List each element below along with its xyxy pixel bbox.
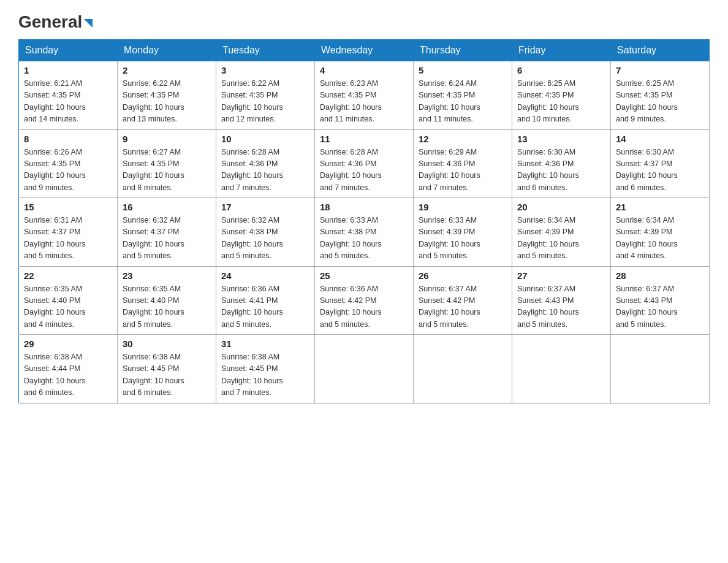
- calendar-cell: [414, 335, 512, 404]
- day-number: 16: [123, 202, 211, 212]
- calendar-cell: 27 Sunrise: 6:37 AM Sunset: 4:43 PM Dayl…: [512, 266, 611, 335]
- day-number: 15: [24, 202, 112, 212]
- day-info: Sunrise: 6:27 AM Sunset: 4:35 PM Dayligh…: [123, 147, 211, 194]
- day-number: 2: [123, 65, 211, 75]
- calendar-cell: 7 Sunrise: 6:25 AM Sunset: 4:35 PM Dayli…: [611, 61, 710, 130]
- day-number: 4: [320, 65, 408, 75]
- calendar-cell: 6 Sunrise: 6:25 AM Sunset: 4:35 PM Dayli…: [512, 61, 611, 130]
- calendar-cell: 12 Sunrise: 6:29 AM Sunset: 4:36 PM Dayl…: [414, 129, 512, 198]
- day-info: Sunrise: 6:35 AM Sunset: 4:40 PM Dayligh…: [123, 283, 211, 331]
- calendar-cell: [315, 335, 414, 404]
- logo: General: [18, 12, 93, 29]
- day-info: Sunrise: 6:37 AM Sunset: 4:43 PM Dayligh…: [616, 283, 704, 331]
- calendar-cell: 5 Sunrise: 6:24 AM Sunset: 4:35 PM Dayli…: [414, 61, 512, 130]
- page-header: General: [18, 12, 710, 29]
- calendar-cell: 21 Sunrise: 6:34 AM Sunset: 4:39 PM Dayl…: [611, 198, 710, 267]
- day-info: Sunrise: 6:33 AM Sunset: 4:39 PM Dayligh…: [419, 215, 507, 262]
- day-number: 22: [24, 270, 112, 281]
- day-number: 17: [221, 202, 309, 212]
- day-info: Sunrise: 6:38 AM Sunset: 4:44 PM Dayligh…: [24, 351, 112, 399]
- day-info: Sunrise: 6:31 AM Sunset: 4:37 PM Dayligh…: [24, 215, 112, 262]
- day-info: Sunrise: 6:32 AM Sunset: 4:37 PM Dayligh…: [123, 215, 211, 262]
- calendar-cell: 28 Sunrise: 6:37 AM Sunset: 4:43 PM Dayl…: [611, 266, 710, 335]
- calendar-week-row: 15 Sunrise: 6:31 AM Sunset: 4:37 PM Dayl…: [19, 198, 710, 267]
- calendar-cell: 19 Sunrise: 6:33 AM Sunset: 4:39 PM Dayl…: [414, 198, 512, 267]
- day-number: 8: [24, 134, 112, 144]
- day-info: Sunrise: 6:30 AM Sunset: 4:37 PM Dayligh…: [616, 147, 704, 194]
- col-header-friday: Friday: [512, 40, 611, 61]
- calendar-cell: 15 Sunrise: 6:31 AM Sunset: 4:37 PM Dayl…: [19, 198, 118, 267]
- day-number: 20: [517, 202, 605, 212]
- calendar-week-row: 8 Sunrise: 6:26 AM Sunset: 4:35 PM Dayli…: [19, 129, 710, 198]
- day-info: Sunrise: 6:25 AM Sunset: 4:35 PM Dayligh…: [517, 78, 605, 126]
- day-number: 10: [221, 134, 309, 144]
- calendar-cell: 18 Sunrise: 6:33 AM Sunset: 4:38 PM Dayl…: [315, 198, 414, 267]
- calendar-cell: 13 Sunrise: 6:30 AM Sunset: 4:36 PM Dayl…: [512, 129, 611, 198]
- calendar-cell: 25 Sunrise: 6:36 AM Sunset: 4:42 PM Dayl…: [315, 266, 414, 335]
- calendar-cell: 2 Sunrise: 6:22 AM Sunset: 4:35 PM Dayli…: [118, 61, 216, 130]
- day-info: Sunrise: 6:22 AM Sunset: 4:35 PM Dayligh…: [221, 78, 309, 126]
- day-number: 6: [517, 65, 605, 75]
- calendar-cell: [512, 335, 611, 404]
- day-number: 3: [221, 65, 309, 75]
- day-info: Sunrise: 6:36 AM Sunset: 4:41 PM Dayligh…: [221, 283, 309, 331]
- day-number: 13: [517, 134, 605, 144]
- calendar-cell: 20 Sunrise: 6:34 AM Sunset: 4:39 PM Dayl…: [512, 198, 611, 267]
- day-info: Sunrise: 6:30 AM Sunset: 4:36 PM Dayligh…: [517, 147, 605, 194]
- day-number: 25: [320, 270, 408, 281]
- day-number: 18: [320, 202, 408, 212]
- day-info: Sunrise: 6:26 AM Sunset: 4:35 PM Dayligh…: [24, 147, 112, 194]
- day-number: 5: [419, 65, 507, 75]
- calendar-table: SundayMondayTuesdayWednesdayThursdayFrid…: [18, 39, 710, 404]
- col-header-tuesday: Tuesday: [216, 40, 315, 61]
- calendar-cell: 4 Sunrise: 6:23 AM Sunset: 4:35 PM Dayli…: [315, 61, 414, 130]
- calendar-cell: 24 Sunrise: 6:36 AM Sunset: 4:41 PM Dayl…: [216, 266, 315, 335]
- calendar-cell: 17 Sunrise: 6:32 AM Sunset: 4:38 PM Dayl…: [216, 198, 315, 267]
- day-number: 23: [123, 270, 211, 281]
- calendar-cell: 14 Sunrise: 6:30 AM Sunset: 4:37 PM Dayl…: [611, 129, 710, 198]
- calendar-cell: 30 Sunrise: 6:38 AM Sunset: 4:45 PM Dayl…: [118, 335, 216, 404]
- day-info: Sunrise: 6:35 AM Sunset: 4:40 PM Dayligh…: [24, 283, 112, 331]
- calendar-header-row: SundayMondayTuesdayWednesdayThursdayFrid…: [19, 40, 710, 61]
- day-info: Sunrise: 6:38 AM Sunset: 4:45 PM Dayligh…: [221, 351, 309, 399]
- day-info: Sunrise: 6:34 AM Sunset: 4:39 PM Dayligh…: [517, 215, 605, 262]
- day-info: Sunrise: 6:37 AM Sunset: 4:42 PM Dayligh…: [419, 283, 507, 331]
- calendar-cell: 31 Sunrise: 6:38 AM Sunset: 4:45 PM Dayl…: [216, 335, 315, 404]
- col-header-sunday: Sunday: [19, 40, 118, 61]
- calendar-cell: 9 Sunrise: 6:27 AM Sunset: 4:35 PM Dayli…: [118, 129, 216, 198]
- calendar-cell: 3 Sunrise: 6:22 AM Sunset: 4:35 PM Dayli…: [216, 61, 315, 130]
- day-info: Sunrise: 6:33 AM Sunset: 4:38 PM Dayligh…: [320, 215, 408, 262]
- day-info: Sunrise: 6:29 AM Sunset: 4:36 PM Dayligh…: [419, 147, 507, 194]
- day-info: Sunrise: 6:34 AM Sunset: 4:39 PM Dayligh…: [616, 215, 704, 262]
- calendar-cell: 10 Sunrise: 6:28 AM Sunset: 4:36 PM Dayl…: [216, 129, 315, 198]
- day-number: 26: [419, 270, 507, 281]
- calendar-cell: 8 Sunrise: 6:26 AM Sunset: 4:35 PM Dayli…: [19, 129, 118, 198]
- day-number: 29: [24, 339, 112, 349]
- day-number: 28: [616, 270, 704, 281]
- day-number: 11: [320, 134, 408, 144]
- day-number: 24: [221, 270, 309, 281]
- day-number: 9: [123, 134, 211, 144]
- calendar-week-row: 1 Sunrise: 6:21 AM Sunset: 4:35 PM Dayli…: [19, 61, 710, 130]
- day-info: Sunrise: 6:28 AM Sunset: 4:36 PM Dayligh…: [320, 147, 408, 194]
- col-header-wednesday: Wednesday: [315, 40, 414, 61]
- calendar-cell: 29 Sunrise: 6:38 AM Sunset: 4:44 PM Dayl…: [19, 335, 118, 404]
- calendar-cell: 1 Sunrise: 6:21 AM Sunset: 4:35 PM Dayli…: [19, 61, 118, 130]
- day-info: Sunrise: 6:36 AM Sunset: 4:42 PM Dayligh…: [320, 283, 408, 331]
- calendar-cell: 22 Sunrise: 6:35 AM Sunset: 4:40 PM Dayl…: [19, 266, 118, 335]
- col-header-saturday: Saturday: [611, 40, 710, 61]
- calendar-week-row: 22 Sunrise: 6:35 AM Sunset: 4:40 PM Dayl…: [19, 266, 710, 335]
- day-info: Sunrise: 6:28 AM Sunset: 4:36 PM Dayligh…: [221, 147, 309, 194]
- day-number: 14: [616, 134, 704, 144]
- calendar-week-row: 29 Sunrise: 6:38 AM Sunset: 4:44 PM Dayl…: [19, 335, 710, 404]
- calendar-cell: [611, 335, 710, 404]
- calendar-cell: 11 Sunrise: 6:28 AM Sunset: 4:36 PM Dayl…: [315, 129, 414, 198]
- calendar-cell: 23 Sunrise: 6:35 AM Sunset: 4:40 PM Dayl…: [118, 266, 216, 335]
- day-info: Sunrise: 6:32 AM Sunset: 4:38 PM Dayligh…: [221, 215, 309, 262]
- day-number: 27: [517, 270, 605, 281]
- day-number: 30: [123, 339, 211, 349]
- calendar-cell: 16 Sunrise: 6:32 AM Sunset: 4:37 PM Dayl…: [118, 198, 216, 267]
- day-number: 1: [24, 65, 112, 75]
- day-number: 31: [221, 339, 309, 349]
- col-header-monday: Monday: [118, 40, 216, 61]
